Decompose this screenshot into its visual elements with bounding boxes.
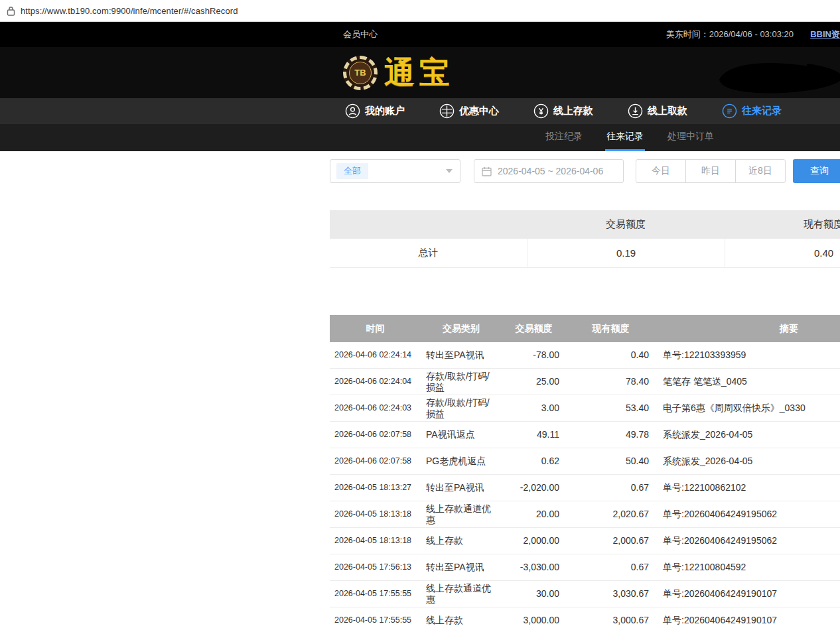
chevron-down-icon xyxy=(446,169,453,173)
calendar-icon xyxy=(482,166,492,176)
sub-nav: 投注纪录 往来记录 处理中订单 xyxy=(0,124,840,151)
nav-item-deposit[interactable]: 线上存款 xyxy=(533,103,593,119)
col-header-time: 时间 xyxy=(330,323,421,335)
today-button[interactable]: 今日 xyxy=(636,159,686,183)
type-select-value: 全部 xyxy=(336,163,368,179)
records-table-header: 时间 交易类别 交易额度 现有额度 摘要 xyxy=(330,315,840,342)
table-row: 2026-04-05 18:13:18 线上存款通道优惠 20.00 2,020… xyxy=(330,501,840,528)
deposit-icon xyxy=(533,103,549,119)
date-range-input[interactable]: 2026-04-05 ~ 2026-04-06 xyxy=(474,159,624,183)
nav-item-withdraw[interactable]: 线上取款 xyxy=(628,103,687,119)
col-header-balance: 现有额度 xyxy=(566,323,656,335)
redaction-scribble xyxy=(714,60,840,95)
cell-type: PG老虎机返点 xyxy=(421,448,502,474)
cell-type: 转出至PA视讯 xyxy=(421,475,502,501)
cell-type: 线上存款 xyxy=(421,528,502,554)
records-icon xyxy=(722,103,737,119)
subnav-item-processing-orders[interactable]: 处理中订单 xyxy=(666,124,715,151)
cell-summary: 单号:202604064249195062 xyxy=(656,501,840,527)
cell-summary: 电子第6惠《周周双倍快乐》_0330 xyxy=(656,395,840,421)
subnav-item-betting-records[interactable]: 投注纪录 xyxy=(544,124,584,151)
filter-row: 全部 2026-04-05 ~ 2026-04-06 今日 昨日 近8日 查询 xyxy=(330,159,840,183)
subnav-item-transaction-records[interactable]: 往来记录 xyxy=(605,124,645,151)
cell-type: 转出至PA视讯 xyxy=(421,342,502,368)
cell-summary: 笔笔存 笔笔送_0405 xyxy=(656,369,840,395)
summary-header: 交易额度 现有额度 xyxy=(330,210,840,239)
nav-item-promotions[interactable]: 优惠中心 xyxy=(439,103,499,119)
browser-address-bar[interactable]: https://www.tb190.com:9900/infe/mcenter/… xyxy=(0,0,840,22)
member-center-link[interactable]: 会员中心 xyxy=(343,29,378,40)
summary-header-transaction: 交易额度 xyxy=(527,218,725,231)
cell-balance: 0.67 xyxy=(566,554,656,580)
cell-amount: 30.00 xyxy=(502,581,566,607)
cell-amount: -3,030.00 xyxy=(502,554,566,580)
cell-summary: 单号:122103393959 xyxy=(656,342,840,368)
eastern-time-label: 美东时间：2026/04/06 - 03:03:20 xyxy=(666,29,794,40)
table-row: 2026-04-05 17:55:55 线上存款通道优惠 30.00 3,030… xyxy=(330,581,840,607)
nav-label: 我的账户 xyxy=(365,105,405,117)
records-table: 时间 交易类别 交易额度 现有额度 摘要 2026-04-06 02:24:14… xyxy=(330,315,840,630)
cell-amount: 25.00 xyxy=(502,369,566,395)
cell-summary: 单号:202604064249195062 xyxy=(656,528,840,554)
cell-time: 2026-04-06 02:07:58 xyxy=(330,448,421,474)
cell-amount: -2,020.00 xyxy=(502,475,566,501)
url-text: https://www.tb190.com:9900/infe/mcenter/… xyxy=(21,6,238,16)
table-row: 2026-04-05 17:56:13 转出至PA视讯 -3,030.00 0.… xyxy=(330,554,840,581)
cell-summary: 单号:202604064249190107 xyxy=(656,581,840,607)
main-nav: 我的账户 优惠中心 线上存款 线上取款 往来记录 xyxy=(0,98,840,124)
summary-total-row: 总计 0.19 0.40 xyxy=(330,239,840,268)
cell-summary: 单号:202604064249190107 xyxy=(656,607,840,630)
summary-balance-value: 0.40 xyxy=(725,239,840,267)
nav-label: 往来记录 xyxy=(742,105,782,117)
cell-amount: 0.62 xyxy=(502,448,566,474)
cell-time: 2026-04-06 02:24:04 xyxy=(330,369,421,395)
cell-type: 转出至PA视讯 xyxy=(421,554,502,580)
col-header-type: 交易类别 xyxy=(421,323,502,335)
cell-balance: 50.40 xyxy=(566,448,656,474)
table-row: 2026-04-06 02:24:03 存款/取款/打码/损益 3.00 53.… xyxy=(330,395,840,422)
cell-balance: 78.40 xyxy=(566,369,656,395)
topbar: 会员中心 美东时间：2026/04/06 - 03:03:20 BBIN资 xyxy=(0,22,840,47)
table-row: 2026-04-05 18:13:18 线上存款 2,000.00 2,000.… xyxy=(330,528,840,554)
cell-balance: 0.40 xyxy=(566,342,656,368)
brand-name: 通宝 xyxy=(384,52,455,94)
withdraw-icon xyxy=(628,103,643,119)
col-header-amount: 交易额度 xyxy=(502,323,566,335)
cell-summary: 单号:122100862102 xyxy=(656,475,840,501)
cell-type: 线上存款通道优惠 xyxy=(421,501,502,527)
nav-label: 优惠中心 xyxy=(459,105,499,117)
table-row: 2026-04-06 02:07:58 PG老虎机返点 0.62 50.40 系… xyxy=(330,448,840,475)
quick-range-group: 今日 昨日 近8日 xyxy=(636,159,786,183)
col-header-summary: 摘要 xyxy=(656,323,840,335)
records-table-body: 2026-04-06 02:24:14 转出至PA视讯 -78.00 0.40 … xyxy=(330,342,840,630)
cell-amount: 2,000.00 xyxy=(502,528,566,554)
type-select[interactable]: 全部 xyxy=(330,159,460,183)
search-button[interactable]: 查询 xyxy=(793,159,840,183)
summary-table: 交易额度 现有额度 总计 0.19 0.40 xyxy=(330,210,840,268)
cell-summary: 系统派发_2026-04-05 xyxy=(656,422,840,448)
lock-icon xyxy=(7,6,15,16)
nav-label: 线上存款 xyxy=(553,105,593,117)
cell-amount: 49.11 xyxy=(502,422,566,448)
yesterday-button[interactable]: 昨日 xyxy=(685,159,736,183)
summary-transaction-value: 0.19 xyxy=(527,239,725,267)
nav-item-my-account[interactable]: 我的账户 xyxy=(345,103,405,119)
cell-time: 2026-04-05 17:56:13 xyxy=(330,554,421,580)
cell-balance: 53.40 xyxy=(566,395,656,421)
cell-type: 存款/取款/打码/损益 xyxy=(421,369,502,395)
cell-amount: 20.00 xyxy=(502,501,566,527)
table-row: 2026-04-06 02:07:58 PA视讯返点 49.11 49.78 系… xyxy=(330,422,840,448)
table-row: 2026-04-06 02:24:14 转出至PA视讯 -78.00 0.40 … xyxy=(330,342,840,369)
cell-time: 2026-04-05 17:55:55 xyxy=(330,607,421,630)
last-8-days-button[interactable]: 近8日 xyxy=(735,159,786,183)
cell-type: PA视讯返点 xyxy=(421,422,502,448)
content-area: 全部 2026-04-05 ~ 2026-04-06 今日 昨日 近8日 查询 … xyxy=(330,151,840,630)
cell-balance: 3,030.67 xyxy=(566,581,656,607)
cell-type: 线上存款 xyxy=(421,607,502,630)
table-row: 2026-04-05 17:55:55 线上存款 3,000.00 3,000.… xyxy=(330,607,840,630)
cell-amount: 3,000.00 xyxy=(502,607,566,630)
bbin-link[interactable]: BBIN资 xyxy=(810,29,840,40)
promo-icon xyxy=(439,103,455,119)
cell-time: 2026-04-05 18:13:18 xyxy=(330,501,421,527)
nav-item-records[interactable]: 往来记录 xyxy=(722,103,782,119)
